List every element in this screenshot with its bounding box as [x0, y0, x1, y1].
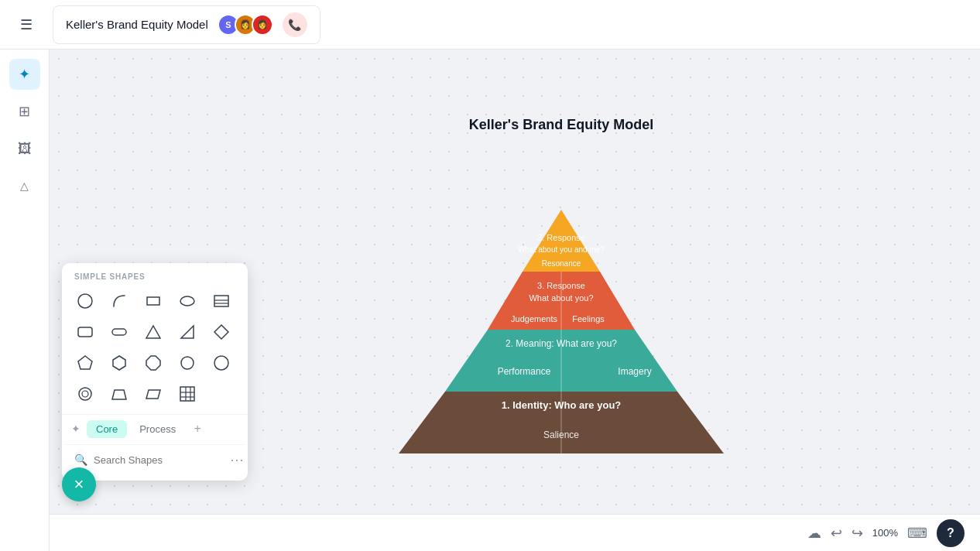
menu-button[interactable]: ☰ — [12, 11, 40, 39]
svg-text:Salience: Salience — [543, 430, 579, 440]
svg-text:Feelings: Feelings — [572, 314, 605, 323]
svg-rect-27 — [112, 329, 126, 335]
shape-diamond[interactable] — [207, 318, 235, 346]
drawing-icon: △ — [20, 180, 29, 192]
svg-rect-40 — [180, 387, 194, 401]
svg-text:Imagery: Imagery — [618, 366, 651, 377]
document-title: Keller's Brand Equity Model — [66, 18, 208, 31]
help-button[interactable]: ? — [937, 519, 965, 547]
shape-hexagon[interactable] — [105, 349, 133, 377]
shape-ellipse[interactable] — [173, 287, 201, 315]
cloud-icon: ☁ — [807, 525, 821, 542]
shape-ring[interactable] — [71, 380, 99, 408]
svg-rect-21 — [147, 297, 159, 305]
svg-marker-29 — [181, 326, 194, 338]
sidebar-item-shapes[interactable]: ✦ — [9, 59, 40, 90]
frame-icon: ⊞ — [19, 103, 30, 120]
phone-icon: 📞 — [288, 19, 301, 31]
svg-rect-23 — [214, 296, 228, 306]
svg-point-22 — [180, 296, 194, 306]
search-more-button[interactable]: ⋯ — [230, 451, 244, 468]
svg-text:3. Response: 3. Response — [537, 233, 585, 242]
svg-marker-32 — [113, 356, 125, 370]
shape-triangle[interactable] — [139, 318, 167, 346]
redo-icon[interactable]: ↪ — [852, 525, 863, 542]
svg-marker-38 — [112, 390, 126, 399]
collaborators: S 👩 👩 — [218, 14, 273, 36]
avatar-2: 👩 — [252, 14, 273, 36]
sidebar-item-frame[interactable]: ⊞ — [9, 96, 40, 127]
menu-icon: ☰ — [20, 16, 33, 33]
sidebar-item-image[interactable]: 🖼 — [9, 133, 40, 164]
shape-grid[interactable] — [173, 380, 201, 408]
svg-marker-33 — [146, 356, 160, 370]
shape-parallelogram[interactable] — [139, 380, 167, 408]
svg-point-37 — [82, 391, 88, 397]
shape-decagon[interactable] — [207, 349, 235, 377]
svg-point-35 — [214, 356, 228, 370]
keyboard-icon: ⌨ — [907, 525, 927, 542]
shape-rounded-rect[interactable] — [71, 318, 99, 346]
shape-circle[interactable] — [71, 287, 99, 315]
panel-tabs: ✦ Core Process + — [62, 414, 248, 444]
pyramid-chart: 1. Identity: Who are you? Salience 2. Me… — [375, 152, 747, 453]
shape-pentagon[interactable] — [71, 349, 99, 377]
shape-table-h[interactable] — [207, 287, 235, 315]
diagram-title: Keller's Brand Equity Model — [375, 117, 747, 133]
shapes-panel: SIMPLE SHAPES — [62, 263, 248, 481]
sidebar: ✦ ⊞ 🖼 △ — [0, 50, 50, 551]
svg-text:Resonance: Resonance — [542, 259, 581, 268]
bottom-bar: ☁ ↩ ↪ 100% ⌨ ? — [50, 514, 980, 551]
shapes-section-label: SIMPLE SHAPES — [62, 263, 248, 287]
svg-text:What about you?: What about you? — [529, 293, 593, 303]
title-bar: Keller's Brand Equity Model S 👩 👩 📞 — [53, 5, 320, 44]
svg-marker-30 — [214, 325, 228, 339]
svg-point-34 — [181, 357, 194, 369]
call-button[interactable]: 📞 — [283, 12, 307, 37]
shape-octagon-sm[interactable] — [139, 349, 167, 377]
sidebar-item-drawing[interactable]: △ — [9, 170, 40, 201]
tab-add-button[interactable]: + — [188, 419, 207, 438]
shape-trapezoid[interactable] — [105, 380, 133, 408]
search-input[interactable] — [94, 454, 224, 466]
svg-marker-28 — [146, 326, 160, 338]
header: ☰ Keller's Brand Equity Model S 👩 👩 📞 — [0, 0, 980, 50]
svg-text:Judgements: Judgements — [511, 314, 557, 323]
shape-circle-sm[interactable] — [173, 349, 201, 377]
diagram: Keller's Brand Equity Model 1. Identity:… — [375, 117, 747, 453]
shape-rectangle[interactable] — [139, 287, 167, 315]
image-icon: 🖼 — [18, 141, 32, 157]
close-icon: × — [74, 474, 84, 495]
svg-text:What about you and me?: What about you and me? — [518, 245, 605, 254]
shapes-icon: ✦ — [19, 66, 30, 83]
shape-right-triangle[interactable] — [173, 318, 201, 346]
tab-core[interactable]: Core — [87, 420, 127, 438]
svg-marker-39 — [146, 390, 160, 399]
zoom-level: 100% — [872, 527, 898, 539]
tab-star-icon: ✦ — [71, 423, 81, 435]
svg-text:3. Response: 3. Response — [537, 281, 585, 290]
undo-icon[interactable]: ↩ — [831, 525, 842, 542]
shape-pill[interactable] — [105, 318, 133, 346]
svg-marker-31 — [78, 356, 92, 369]
close-panel-button[interactable]: × — [62, 467, 96, 501]
tab-process[interactable]: Process — [130, 420, 185, 438]
help-icon: ? — [947, 526, 954, 540]
svg-point-36 — [79, 388, 91, 400]
shape-arc[interactable] — [105, 287, 133, 315]
shapes-grid — [62, 287, 248, 414]
svg-point-20 — [78, 294, 92, 308]
search-icon: 🔍 — [74, 453, 87, 466]
svg-text:1. Identity: Who are you?: 1. Identity: Who are you? — [502, 399, 622, 411]
svg-rect-26 — [78, 327, 92, 337]
svg-text:Performance: Performance — [498, 366, 551, 377]
svg-text:2. Meaning: What are you?: 2. Meaning: What are you? — [505, 338, 617, 349]
search-bar: 🔍 ⋯ — [65, 444, 245, 474]
